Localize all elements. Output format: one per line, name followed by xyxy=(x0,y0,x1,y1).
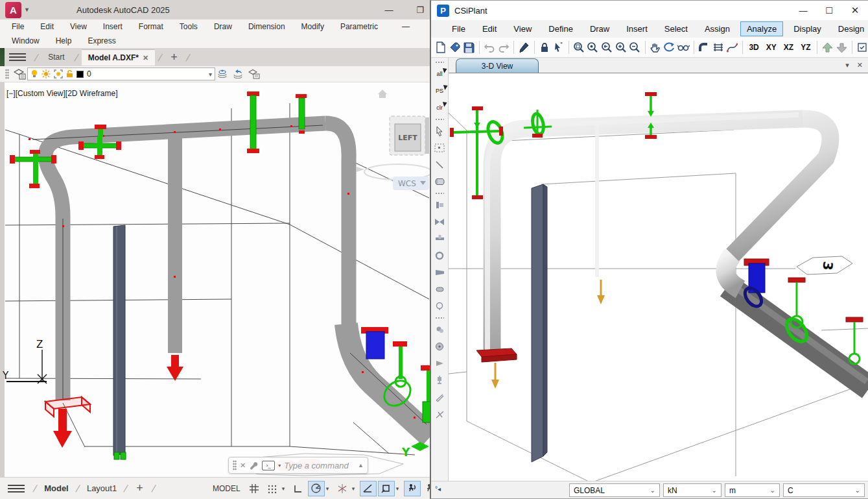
pipe-runs[interactable] xyxy=(29,123,430,437)
tab-model-a-dxf[interactable]: Model A.DXF*✕ xyxy=(82,49,155,66)
object-snap-tracking-button[interactable] xyxy=(360,481,377,496)
length-unit-select[interactable]: m⌄ xyxy=(725,483,780,497)
menu-window[interactable]: Window xyxy=(12,35,47,47)
view-3d-button[interactable]: 3D xyxy=(746,43,761,52)
space-badge[interactable]: MODEL xyxy=(213,484,240,493)
save-button[interactable] xyxy=(463,40,475,55)
menu-insert[interactable]: Insert xyxy=(620,21,654,36)
layer-unlock-icon[interactable] xyxy=(66,69,73,79)
anchor-support[interactable] xyxy=(476,348,517,389)
statusbar-menu-icon[interactable] xyxy=(8,485,25,493)
autoscale-annotation-button[interactable] xyxy=(422,481,430,496)
autocad-drawing-canvas[interactable]: LEFT WCS Z Y Y xyxy=(0,82,430,477)
rail-grip[interactable] xyxy=(435,61,444,64)
insert-gauge-button[interactable] xyxy=(431,298,448,315)
tabstrip-collapse-icon[interactable]: ▾ xyxy=(845,61,849,69)
menu-tools[interactable]: Tools xyxy=(180,21,205,32)
polar-tracking-button[interactable] xyxy=(308,481,325,496)
annotation-visibility-button[interactable] xyxy=(404,481,421,496)
menu-edit[interactable]: Edit xyxy=(476,21,503,36)
menu-draw[interactable]: Draw xyxy=(583,21,616,36)
autocad-minimize-button[interactable]: — xyxy=(376,1,402,18)
tab-3d-view[interactable]: 3-D View xyxy=(456,58,539,73)
make-layer-current-icon[interactable] xyxy=(215,67,231,80)
menu-insert[interactable]: Insert xyxy=(103,21,130,32)
insert-skew-support-2-icon[interactable] xyxy=(431,406,448,422)
select-arrow-button[interactable] xyxy=(431,123,448,140)
autocad-logo-caret-icon[interactable]: ▼ xyxy=(24,6,30,13)
autocad-maximize-button[interactable]: ❐ xyxy=(407,1,430,18)
menu-view[interactable]: View xyxy=(507,21,538,36)
ortho-mode-button[interactable] xyxy=(290,481,307,496)
menu-design[interactable]: Design xyxy=(832,21,868,36)
menu-help[interactable]: Help xyxy=(56,35,79,47)
zoom-in-button[interactable] xyxy=(615,40,627,55)
snap-mode-button[interactable] xyxy=(264,481,281,496)
menu-assign[interactable]: Assign xyxy=(698,21,736,36)
menu-format[interactable]: Format xyxy=(139,21,170,32)
view-yz-button[interactable]: YZ xyxy=(798,43,813,52)
menu-draw[interactable]: Draw xyxy=(214,21,239,32)
pipe-elbow-button[interactable] xyxy=(698,40,710,55)
command-chevron-icon[interactable]: ▾ xyxy=(278,463,281,469)
steel-column[interactable] xyxy=(113,225,126,459)
new-layout-button[interactable]: + xyxy=(136,481,143,495)
draw-line-button[interactable] xyxy=(431,156,448,173)
menu-view[interactable]: View xyxy=(70,21,94,32)
menu-dimension[interactable]: Dimension xyxy=(248,21,292,32)
clear-selection-button[interactable]: clr xyxy=(436,104,443,111)
force-unit-select[interactable]: kN⌄ xyxy=(663,483,721,497)
customize-wrench-icon[interactable] xyxy=(249,461,259,470)
insert-flange-button[interactable] xyxy=(431,197,448,213)
redo-button[interactable] xyxy=(497,40,510,55)
csiplant-minimize-button[interactable]: — xyxy=(790,2,816,19)
command-bar-grip[interactable] xyxy=(233,460,237,470)
menu-select[interactable]: Select xyxy=(658,21,694,36)
layer-properties-icon[interactable] xyxy=(12,67,27,80)
draw-pipe-button[interactable] xyxy=(431,173,448,190)
temp-unit-select[interactable]: C⌄ xyxy=(783,483,865,497)
tab-start[interactable]: Start xyxy=(41,49,71,65)
menu-file[interactable]: File xyxy=(445,21,472,36)
toolbar-grip[interactable] xyxy=(5,69,9,79)
node-label-hexagon[interactable]: 3 xyxy=(797,256,852,274)
layout1-tab[interactable]: Layout1 xyxy=(87,483,117,493)
zoom-previous-button[interactable] xyxy=(601,40,613,55)
csiplant-close-button[interactable]: ✕ xyxy=(842,2,868,19)
insert-cap-button[interactable] xyxy=(431,281,448,298)
insert-disc-icon[interactable] xyxy=(431,338,448,355)
isodraft-button[interactable] xyxy=(334,481,351,496)
menu-define[interactable]: Define xyxy=(542,21,580,36)
command-history-up-icon[interactable]: ▲ xyxy=(358,462,364,469)
viewcube-home-icon[interactable] xyxy=(378,90,387,98)
csiplant-3d-view[interactable]: 3 xyxy=(449,73,868,481)
new-model-button[interactable] xyxy=(435,40,447,55)
model-space-tab[interactable]: Model xyxy=(44,483,69,493)
overflow-icon[interactable] xyxy=(856,40,868,55)
csiplant-maximize-button[interactable]: ☐ xyxy=(816,2,842,19)
layer-select[interactable]: 0 ▾ xyxy=(27,67,215,80)
pipe-rack-button[interactable] xyxy=(712,40,724,55)
draw-pen-button[interactable] xyxy=(518,40,530,55)
coord-system-select[interactable]: GLOBAL⌄ xyxy=(569,483,660,497)
snap-chevron-icon[interactable]: ▾ xyxy=(282,485,288,492)
grid-display-button[interactable] xyxy=(246,481,263,496)
insert-ring-button[interactable] xyxy=(431,247,448,264)
select-ps-button[interactable]: PS xyxy=(436,88,443,94)
select-special-button[interactable]: * xyxy=(552,40,565,55)
hamburger-menu-icon[interactable] xyxy=(9,53,26,61)
open-model-button[interactable] xyxy=(449,40,462,55)
insert-valve-button[interactable] xyxy=(431,213,448,230)
layer-previous-icon[interactable] xyxy=(231,67,246,80)
menu-express[interactable]: Express xyxy=(88,35,123,47)
viewcube-face-label[interactable]: LEFT xyxy=(398,134,417,142)
pan-button[interactable] xyxy=(650,40,662,55)
select-by-window-button[interactable] xyxy=(431,140,448,156)
autocad-logo[interactable]: A xyxy=(5,2,21,18)
insert-tee-button[interactable] xyxy=(431,230,448,247)
insert-reducer-button[interactable] xyxy=(431,264,448,281)
units-degree-icon[interactable]: °◂ xyxy=(435,485,441,493)
viewport-controls-label[interactable]: [−][Custom View][2D Wireframe] xyxy=(6,89,118,98)
viewcube-wcs-label[interactable]: WCS xyxy=(398,179,416,188)
select-all-button[interactable]: all xyxy=(436,71,442,77)
